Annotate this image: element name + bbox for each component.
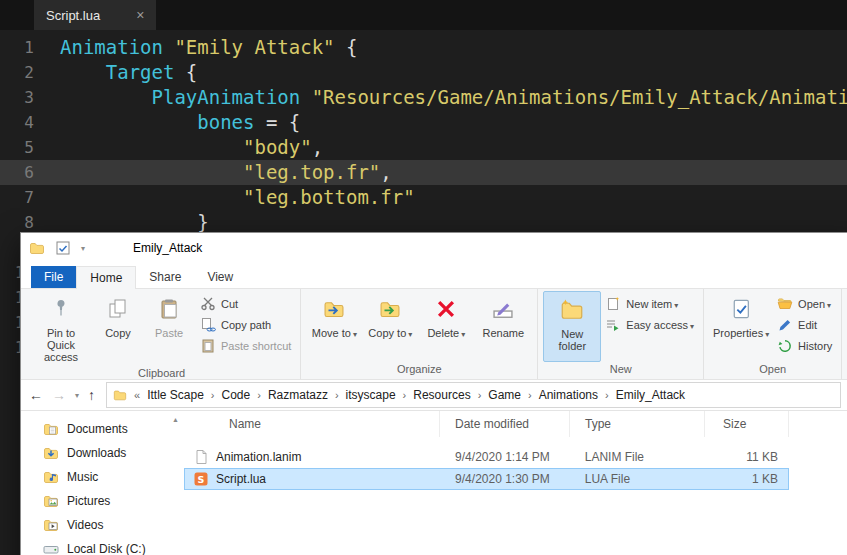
file-name: Script.lua xyxy=(216,472,266,486)
code-line: 1Animation "Emily Attack" { xyxy=(0,35,847,60)
file-explorer-window: ▾ Emily_Attack File Home Share View Pin … xyxy=(20,232,847,555)
copy-path-icon xyxy=(200,317,216,333)
ribbon-group-select: Select all Select none Inv xyxy=(842,289,847,379)
breadcrumb-item[interactable]: Animations xyxy=(539,388,598,402)
folder-icon xyxy=(113,388,127,402)
breadcrumb-item[interactable]: Resources xyxy=(413,388,470,402)
edit-button[interactable]: Edit xyxy=(773,314,836,335)
documents-icon xyxy=(43,421,59,437)
tab-home[interactable]: Home xyxy=(76,266,136,289)
file-row-animation-lanim[interactable]: Animation.lanim 9/4/2020 1:14 PM LANIM F… xyxy=(184,446,789,468)
column-header-name[interactable]: Name xyxy=(184,411,440,437)
pictures-icon xyxy=(43,493,59,509)
qat-customize-chevron-icon[interactable]: ▾ xyxy=(81,244,85,253)
file-type: LANIM File xyxy=(570,450,705,464)
breadcrumb-item[interactable]: Ittle Scape xyxy=(147,388,204,402)
editor-tab-bar: Script.lua × xyxy=(0,0,847,30)
breadcrumb-item[interactable]: Emily_Attack xyxy=(616,388,685,402)
ribbon-group-open: Properties▾ Open▾ xyxy=(704,289,842,379)
open-button[interactable]: Open▾ xyxy=(773,293,836,314)
properties-label: Properties▾ xyxy=(713,327,769,341)
close-icon[interactable]: × xyxy=(136,7,144,23)
column-header-date-modified[interactable]: Date modified xyxy=(440,411,570,437)
address-input[interactable]: « Ittle Scape › Code › Razmatazz › itsys… xyxy=(106,382,841,408)
rename-icon xyxy=(492,294,514,324)
explorer-body: ▲ Documents Downloads xyxy=(21,411,847,555)
new-folder-button[interactable]: New folder xyxy=(543,291,601,362)
line-number: 3 xyxy=(0,85,34,110)
delete-icon xyxy=(435,294,457,324)
sidebar-item-documents[interactable]: Documents xyxy=(21,417,184,441)
breadcrumb-item[interactable]: Razmatazz xyxy=(268,388,328,402)
history-button[interactable]: History xyxy=(773,335,836,356)
sidebar-item-label: Pictures xyxy=(67,494,110,508)
properties-button[interactable]: Properties▾ xyxy=(709,291,773,362)
line-number: 5 xyxy=(0,135,34,160)
window-title: Emily_Attack xyxy=(133,241,202,255)
delete-button[interactable]: Delete▾ xyxy=(418,291,474,362)
file-size: 1 KB xyxy=(704,472,788,486)
file-row-script-lua-selected[interactable]: S Script.lua 9/4/2020 1:30 PM LUA File 1… xyxy=(184,468,789,490)
back-button[interactable]: ← xyxy=(29,387,43,403)
screen: Script.lua × 1Animation "Emily Attack" {… xyxy=(0,0,847,555)
delete-label: Delete▾ xyxy=(427,327,465,341)
chevron-down-icon: ▾ xyxy=(674,301,678,310)
pin-to-quick-access-button[interactable]: Pin to Quick access xyxy=(28,291,94,366)
tab-view[interactable]: View xyxy=(194,266,246,288)
generic-file-icon xyxy=(193,449,209,465)
file-type: LUA File xyxy=(570,472,705,486)
move-to-button[interactable]: Move to▾ xyxy=(306,291,362,362)
code-line: 2 Target { xyxy=(0,60,847,85)
breadcrumb-separator-icon: › xyxy=(210,389,216,401)
paste-button[interactable]: Paste xyxy=(142,291,196,366)
cut-button[interactable]: Cut xyxy=(196,293,295,314)
rename-button[interactable]: Rename xyxy=(474,291,532,362)
pin-label: Pin to Quick access xyxy=(32,327,90,363)
file-size: 11 KB xyxy=(704,450,788,464)
sidebar-item-downloads[interactable]: Downloads xyxy=(21,441,184,465)
sidebar-item-videos[interactable]: Videos xyxy=(21,513,184,537)
copy-to-button[interactable]: Copy to▾ xyxy=(362,291,418,362)
sidebar-item-music[interactable]: Music xyxy=(21,465,184,489)
paste-shortcut-button[interactable]: Paste shortcut xyxy=(196,335,295,356)
paste-shortcut-icon xyxy=(200,338,216,354)
move-to-label: Move to▾ xyxy=(312,327,357,341)
paste-icon xyxy=(158,294,180,324)
column-header-type[interactable]: Type xyxy=(570,411,705,437)
breadcrumb-item[interactable]: Code xyxy=(222,388,251,402)
new-item-button[interactable]: New item▾ xyxy=(601,293,698,314)
breadcrumb-separator-icon: › xyxy=(604,389,610,401)
window-title-bar[interactable]: ▾ Emily_Attack xyxy=(21,233,847,263)
drive-icon xyxy=(43,541,59,555)
column-header-size[interactable]: Size xyxy=(705,411,789,437)
line-number: 7 xyxy=(0,185,34,210)
scroll-up-icon[interactable]: ▲ xyxy=(172,416,179,423)
breadcrumb-item[interactable]: Game xyxy=(488,388,521,402)
breadcrumb-overflow-icon[interactable]: « xyxy=(133,389,141,401)
easy-access-button[interactable]: Easy access▾ xyxy=(601,314,698,335)
copy-button[interactable]: Copy xyxy=(94,291,142,366)
editor-tab-script-lua[interactable]: Script.lua × xyxy=(34,0,156,30)
forward-button[interactable]: → xyxy=(52,387,66,403)
code-text: Animation "Emily Attack" { xyxy=(34,35,357,60)
tab-file[interactable]: File xyxy=(31,266,76,288)
videos-icon xyxy=(43,517,59,533)
sidebar-item-label: Music xyxy=(67,470,98,484)
code-line: 4 bones = { xyxy=(0,110,847,135)
sidebar-item-pictures[interactable]: Pictures xyxy=(21,489,184,513)
breadcrumb-item[interactable]: itsyscape xyxy=(346,388,396,402)
easy-access-label: Easy access▾ xyxy=(626,319,694,331)
sidebar-item-local-disk-c[interactable]: Local Disk (C:) xyxy=(21,537,184,555)
folder-icon xyxy=(29,240,45,256)
tab-share[interactable]: Share xyxy=(136,266,194,288)
copy-icon xyxy=(107,294,129,324)
ribbon-tab-bar: File Home Share View xyxy=(21,263,847,288)
file-rows: Animation.lanim 9/4/2020 1:14 PM LANIM F… xyxy=(184,446,847,490)
up-button[interactable]: ↑ xyxy=(88,387,95,403)
open-folder-icon xyxy=(777,296,793,312)
quick-access-properties-icon[interactable] xyxy=(55,240,71,256)
new-item-label: New item▾ xyxy=(626,298,678,310)
copy-label: Copy xyxy=(105,327,131,339)
copy-path-button[interactable]: Copy path xyxy=(196,314,295,335)
recent-locations-chevron-icon[interactable]: ▾ xyxy=(75,391,79,400)
